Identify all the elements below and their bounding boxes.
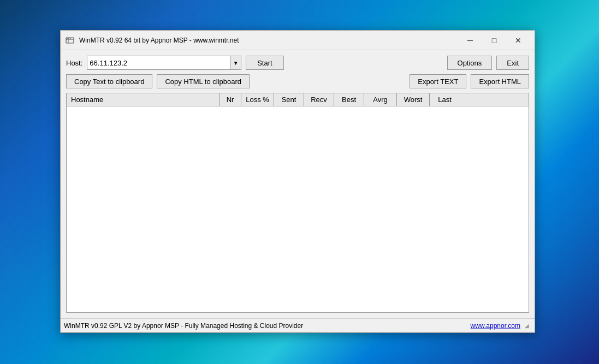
app-icon bbox=[65, 35, 75, 45]
col-header-hostname: Hostname bbox=[67, 93, 220, 106]
resize-handle[interactable]: ◢ bbox=[523, 321, 531, 330]
host-input[interactable] bbox=[87, 56, 230, 70]
table-header: Hostname Nr Loss % Sent Recv Best bbox=[67, 93, 529, 106]
options-button[interactable]: Options bbox=[447, 56, 493, 70]
export-html-button[interactable]: Export HTML bbox=[471, 74, 529, 88]
window-title: WinMTR v0.92 64 bit by Appnor MSP - www.… bbox=[79, 37, 458, 44]
svg-point-5 bbox=[70, 38, 71, 39]
host-dropdown-button[interactable]: ▼ bbox=[230, 56, 241, 70]
col-header-recv: Recv bbox=[304, 93, 334, 106]
col-header-worst: Worst bbox=[397, 93, 430, 106]
copy-html-button[interactable]: Copy HTML to clipboard bbox=[157, 74, 250, 88]
col-header-nr: Nr bbox=[220, 93, 241, 106]
copy-text-button[interactable]: Copy Text to clipboard bbox=[66, 74, 152, 88]
host-input-wrapper: ▼ bbox=[87, 56, 241, 70]
clipboard-row: Copy Text to clipboard Copy HTML to clip… bbox=[66, 74, 529, 88]
col-header-loss: Loss % bbox=[241, 93, 274, 106]
minimize-button[interactable]: ─ bbox=[458, 32, 482, 49]
host-row: Host: ▼ Start Options Exit bbox=[66, 56, 529, 70]
svg-point-3 bbox=[67, 38, 68, 39]
window-content: Host: ▼ Start Options Exit Copy Text to … bbox=[61, 50, 535, 318]
status-text: WinMTR v0.92 GPL V2 by Appnor MSP - Full… bbox=[64, 322, 471, 330]
status-link[interactable]: www.appnor.com bbox=[471, 322, 523, 330]
maximize-button[interactable]: □ bbox=[482, 32, 506, 49]
svg-point-4 bbox=[68, 38, 69, 39]
col-header-sent: Sent bbox=[274, 93, 304, 106]
title-bar: WinMTR v0.92 64 bit by Appnor MSP - www.… bbox=[61, 31, 535, 50]
results-table: Hostname Nr Loss % Sent Recv Best bbox=[66, 93, 529, 313]
export-text-button[interactable]: Export TEXT bbox=[410, 74, 466, 88]
host-label: Host: bbox=[66, 59, 82, 67]
status-bar: WinMTR v0.92 GPL V2 by Appnor MSP - Full… bbox=[61, 318, 535, 332]
table-body bbox=[67, 106, 529, 312]
start-button[interactable]: Start bbox=[246, 56, 283, 70]
application-window: WinMTR v0.92 64 bit by Appnor MSP - www.… bbox=[60, 30, 535, 333]
col-header-last: Last bbox=[430, 93, 460, 106]
exit-button[interactable]: Exit bbox=[496, 56, 529, 70]
close-button[interactable]: ✕ bbox=[506, 32, 530, 49]
col-header-best: Best bbox=[334, 93, 364, 106]
col-header-avrg: Avrg bbox=[364, 93, 397, 106]
title-bar-controls: ─ □ ✕ bbox=[458, 32, 530, 49]
